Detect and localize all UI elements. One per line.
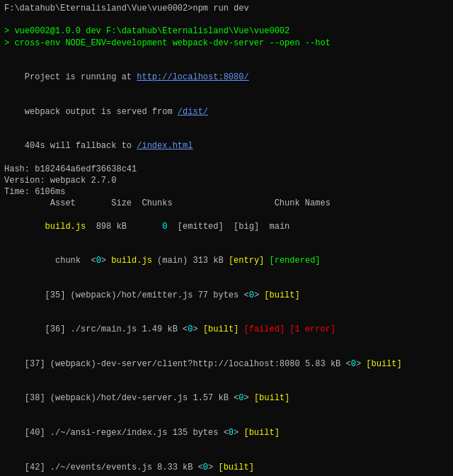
buildjs-size: 898 kB — [86, 222, 162, 232]
terminal-window: F:\datahub\Eternalisland\Vue\vue0002>npm… — [0, 0, 453, 476]
chunk-main: (main) 313 kB — [152, 256, 229, 266]
fallback-text: 404s will fallback to — [25, 141, 137, 151]
table-header: Asset Size Chunks Chunk Names — [4, 198, 449, 209]
module-35: [35] (webpack)/hot/emitter.js 77 bytes <… — [4, 278, 449, 313]
module-37: [37] (webpack)-dev-server/client?http://… — [4, 347, 449, 382]
buildjs-line: build.js 898 kB 0 [emitted] [big] main — [4, 209, 449, 244]
chunk-label: chunk — [25, 256, 91, 266]
project-running-text: Project is running at — [25, 72, 137, 82]
chunk-line: chunk <0> build.js (main) 313 kB [entry]… — [4, 244, 449, 278]
time-line: Time: 6106ms — [4, 186, 449, 198]
chunk-buildjs: build.js — [111, 256, 152, 266]
chunk-space — [264, 256, 269, 266]
buildjs-asset: build.js — [25, 222, 86, 232]
hash-line: Hash: b182464a6edf36638c41 — [4, 164, 449, 175]
chunk-rendered: [rendered] — [270, 256, 321, 266]
chunk-0: 0 — [96, 256, 101, 266]
chunk-entry: [entry] — [229, 256, 264, 266]
project-running-line: Project is running at http://localhost:8… — [4, 60, 449, 95]
dist-link[interactable]: /dist/ — [178, 107, 208, 117]
localhost-link[interactable]: http://localhost:8080/ — [137, 72, 248, 82]
cmd-prompt-line: F:\datahub\Eternalisland\Vue\vue0002>npm… — [4, 3, 449, 14]
m36-text: [36] ./src/main.js 1.49 kB — [25, 324, 183, 334]
chunk-brace-close: > — [101, 256, 106, 266]
blank-line-1 — [4, 14, 449, 26]
module-42: [42] ./~/events/events.js 8.33 kB <0> [b… — [4, 450, 449, 476]
buildjs-emitted: [emitted] [big] main — [167, 222, 289, 232]
vue-version-line: > vue0002@1.0.0 dev F:\datahub\Eternalis… — [4, 26, 449, 37]
chunk-brace-open: < — [91, 256, 96, 266]
index-link[interactable]: /index.html — [137, 141, 193, 151]
blank-line-2 — [4, 49, 449, 60]
webpack-output-text: webpack output is served from — [25, 107, 178, 117]
module-36: [36] ./src/main.js 1.49 kB <0> [built] [… — [4, 312, 449, 347]
cross-env-line: > cross-env NODE_ENV=development webpack… — [4, 38, 449, 49]
m35-text: [35] (webpack)/hot/emitter.js 77 bytes — [25, 290, 244, 300]
version-line: Version: webpack 2.7.0 — [4, 175, 449, 186]
webpack-output-line: webpack output is served from /dist/ — [4, 95, 449, 130]
module-38: [38] (webpack)/hot/dev-server.js 1.57 kB… — [4, 381, 449, 416]
fallback-line: 404s will fallback to /index.html — [4, 129, 449, 164]
module-40: [40] ./~/ansi-regex/index.js 135 bytes <… — [4, 416, 449, 450]
